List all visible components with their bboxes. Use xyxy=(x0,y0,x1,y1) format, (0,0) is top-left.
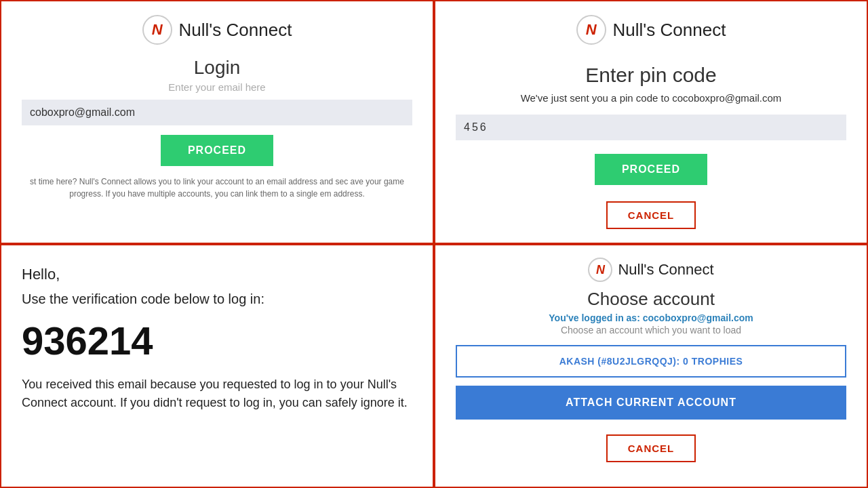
login-subtext: Enter your email here xyxy=(168,81,265,93)
app-title-choose: Null's Connect xyxy=(618,261,713,279)
choose-account-panel: N Null's Connect Choose account You've l… xyxy=(434,244,868,488)
logo-icon: N xyxy=(142,15,172,45)
logo-icon-choose: N xyxy=(588,258,612,282)
pin-panel: N Null's Connect Enter pin code We've ju… xyxy=(434,0,868,244)
account-item[interactable]: AKASH (#8U2JLGRQQJ): 0 TROPHIES xyxy=(456,345,846,378)
logo-row-choose: N Null's Connect xyxy=(588,258,713,282)
logo-letter-choose: N xyxy=(596,263,605,277)
email-input[interactable] xyxy=(22,100,412,125)
email-use-code: Use the verification code below to log i… xyxy=(22,291,412,307)
logged-in-as: You've logged in as: cocoboxpro@gmail.co… xyxy=(549,312,753,323)
pin-cancel-button[interactable]: CANCEL xyxy=(606,201,696,229)
login-panel: N Null's Connect Login Enter your email … xyxy=(0,0,434,244)
email-panel: Hello, Use the verification code below t… xyxy=(0,244,434,488)
login-footer: st time here? Null's Connect allows you … xyxy=(22,176,412,200)
email-hello: Hello, xyxy=(22,266,412,283)
attach-account-button[interactable]: ATTACH CURRENT ACCOUNT xyxy=(456,386,846,420)
pin-subtext: We've just sent you a pin code to cocobo… xyxy=(521,92,782,104)
email-body: You received this email because you requ… xyxy=(22,375,412,412)
verification-code: 936214 xyxy=(22,318,412,363)
pin-heading: Enter pin code xyxy=(585,64,716,87)
logo-row: N Null's Connect xyxy=(142,15,292,45)
app-title-pin: Null's Connect xyxy=(613,20,726,41)
pin-proceed-button[interactable]: PROCEED xyxy=(595,154,707,185)
app-title: Null's Connect xyxy=(179,20,292,41)
login-heading: Login xyxy=(194,57,241,79)
logo-letter: N xyxy=(152,21,163,39)
logo-icon-pin: N xyxy=(576,15,606,45)
choose-cancel-button[interactable]: CANCEL xyxy=(606,434,696,462)
logo-row-pin: N Null's Connect xyxy=(576,15,726,45)
choose-heading: Choose account xyxy=(587,289,715,310)
choose-subtext2: Choose an account which you want to load xyxy=(561,325,741,336)
logo-letter-pin: N xyxy=(586,21,597,39)
pin-input[interactable] xyxy=(456,115,846,140)
proceed-button[interactable]: PROCEED xyxy=(161,135,273,166)
